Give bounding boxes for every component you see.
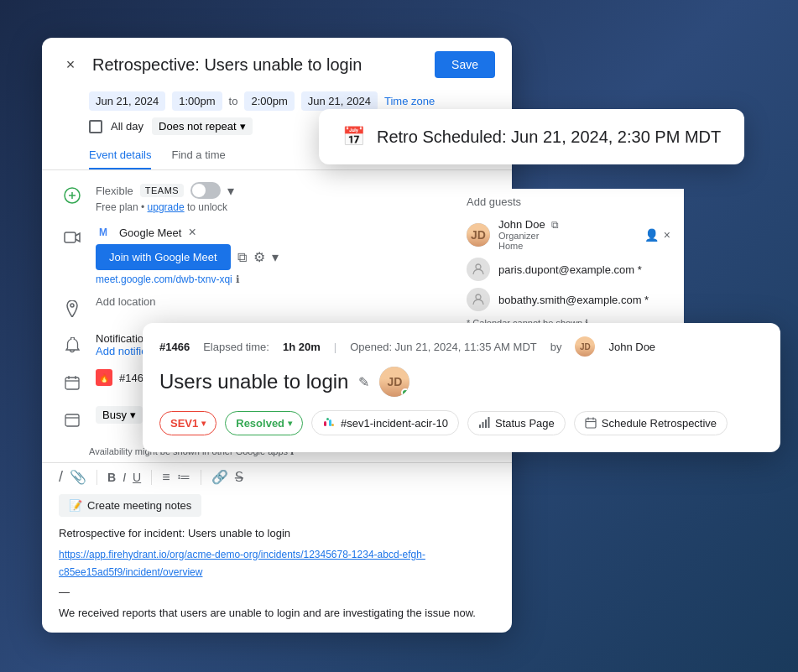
link-icon[interactable]: 🔗 <box>211 469 228 485</box>
guest-avatar-2 <box>467 288 490 311</box>
opened-text: Opened: Jun 21, 2024, 11:35 AM MDT <box>350 341 537 353</box>
retro-scheduled-text: Retro Scheduled: Jun 21, 2024, 2:30 PM M… <box>377 128 721 147</box>
busy-dropdown[interactable]: Busy ▾ <box>96 406 143 424</box>
gcal-title: Retrospective: Users unable to login <box>92 55 425 75</box>
close-meet-button[interactable]: × <box>188 225 196 240</box>
firehydrant-logo: 🔥 <box>96 369 112 386</box>
incident-meta-row: #1466 Elapsed time: 1h 20m | Opened: Jun… <box>159 336 764 357</box>
toolbar-row: / 📎 B I U ≡ ≔ 🔗 S̶ <box>42 462 512 491</box>
organizer-person-icon[interactable]: 👤 <box>644 228 659 242</box>
start-date[interactable]: Jun 21, 2024 <box>89 91 165 111</box>
status-page-badge[interactable]: Status Page <box>467 411 566 435</box>
close-button[interactable]: × <box>59 53 82 76</box>
channel-label: #sev1-incident-acir-10 <box>341 417 448 430</box>
end-time[interactable]: 2:00pm <box>244 91 294 111</box>
guest-email-1: paris.dupont@example.com * <box>498 263 670 276</box>
create-notes-button[interactable]: 📝 Create meeting notes <box>59 494 201 517</box>
calendar-scheduled-icon: 📅 <box>342 126 365 148</box>
calendar-icon-left <box>59 369 86 396</box>
chevron-down-sev: ▾ <box>201 419 206 428</box>
organizer-row: JD John Doe ⧉ Organizer Home 👤 × <box>467 215 670 254</box>
share-icon: ⧉ <box>551 219 559 231</box>
italic-icon[interactable]: I <box>123 471 126 484</box>
organizer-role: Organizer Home <box>498 231 636 251</box>
location-icon <box>59 295 86 322</box>
meet-link[interactable]: meet.google.com/dwb-txnv-xqi <box>96 273 232 285</box>
bell-icon <box>59 332 86 359</box>
resolved-badge[interactable]: Resolved ▾ <box>225 411 303 435</box>
svg-rect-20 <box>482 422 483 428</box>
unordered-list-icon[interactable]: ≔ <box>177 469 190 485</box>
add-location-text[interactable]: Add location <box>96 295 495 308</box>
bold-icon[interactable]: B <box>107 471 116 484</box>
svg-rect-7 <box>65 378 79 389</box>
incident-header: Users unable to login ✎ JD <box>159 367 764 397</box>
slack-icon <box>322 416 336 430</box>
ordered-list-icon[interactable]: ≡ <box>162 470 170 485</box>
svg-rect-16 <box>329 419 331 426</box>
tab-event-details[interactable]: Event details <box>89 142 151 169</box>
svg-rect-17 <box>326 418 329 420</box>
slash-icon[interactable]: / <box>59 468 63 486</box>
notes-content: Retrospective for incident: Users unable… <box>42 522 512 633</box>
notes-icon: 📝 <box>69 499 82 512</box>
free-plan-text: Free plan • upgrade to unlock <box>96 201 227 213</box>
expand-chevron[interactable]: ▾ <box>227 183 234 199</box>
calendar-retro-icon <box>585 417 597 429</box>
end-date[interactable]: Jun 21, 2024 <box>301 91 378 111</box>
guests-panel: Add guests JD John Doe ⧉ Organizer Home … <box>453 189 684 336</box>
create-notes-label: Create meeting notes <box>87 499 191 512</box>
start-time[interactable]: 1:00pm <box>172 91 222 111</box>
flexible-toggle[interactable] <box>190 182 221 199</box>
flexible-text: Flexible <box>96 185 133 197</box>
join-meet-button[interactable]: Join with Google Meet <box>96 244 231 270</box>
expand-icon[interactable]: ▾ <box>272 249 279 265</box>
guests-title: Add guests <box>467 195 670 208</box>
status-page-label: Status Page <box>495 417 555 430</box>
notes-line4: We received reports that users are unabl… <box>59 605 495 623</box>
save-button[interactable]: Save <box>435 51 495 78</box>
schedule-retro-label: Schedule Retrospective <box>602 417 717 430</box>
chevron-down-icon: ▾ <box>240 120 246 133</box>
guest-row-2: bobathy.smith@example.com * <box>467 284 670 315</box>
incident-user-avatar: JD <box>379 367 409 397</box>
notes-link[interactable]: https://app.firehydrant.io/org/acme-demo… <box>59 549 425 578</box>
sev1-label: SEV1 <box>170 417 198 430</box>
allday-checkbox[interactable] <box>89 120 102 133</box>
busy-label: Busy <box>102 409 127 421</box>
allday-label: All day <box>111 120 143 133</box>
sev1-badge[interactable]: SEV1 ▾ <box>159 411 216 435</box>
incident-meta-sep: | <box>334 341 336 353</box>
to-label: to <box>229 95 238 107</box>
edit-icon[interactable]: ✎ <box>358 374 369 390</box>
guest-row-1: paris.dupont@example.com * <box>467 254 670 284</box>
svg-rect-19 <box>479 425 481 428</box>
settings-icon[interactable]: ⚙ <box>253 249 265 265</box>
svg-rect-15 <box>324 421 326 426</box>
incident-actions-row: SEV1 ▾ Resolved ▾ #sev1-incident-acir-10 <box>159 410 764 435</box>
paperclip-icon[interactable]: 📎 <box>70 469 86 485</box>
channel-badge[interactable]: #sev1-incident-acir-10 <box>311 410 459 435</box>
guest-avatar-1 <box>467 258 490 281</box>
upgrade-link[interactable]: upgrade <box>148 201 185 213</box>
gcal-header: × Retrospective: Users unable to login S… <box>42 38 512 88</box>
by-label: by <box>550 341 562 353</box>
underline-icon[interactable]: U <box>133 471 141 484</box>
timezone-link[interactable]: Time zone <box>384 95 435 107</box>
incident-title: Users unable to login <box>159 370 348 393</box>
repeat-dropdown[interactable]: Does not repeat ▾ <box>152 117 253 135</box>
gmeet-label: Google Meet <box>119 227 181 239</box>
strikethrough-icon[interactable]: S̶ <box>235 469 243 485</box>
resolved-label: Resolved <box>236 417 284 430</box>
copy-icon[interactable]: ⧉ <box>237 250 247 265</box>
location-row: Add location <box>42 290 512 327</box>
author-avatar-small: JD <box>575 336 595 357</box>
plus-circle-icon <box>59 182 86 209</box>
organizer-remove-button[interactable]: × <box>664 228 670 242</box>
tab-find-time[interactable]: Find a time <box>171 142 225 169</box>
schedule-retro-badge[interactable]: Schedule Retrospective <box>574 411 728 435</box>
notes-line3: — <box>59 584 495 602</box>
retro-scheduled-popup: 📅 Retro Scheduled: Jun 21, 2024, 2:30 PM… <box>319 109 744 164</box>
guest-email-2: bobathy.smith@example.com * <box>498 294 670 306</box>
info-icon: ℹ <box>236 273 240 285</box>
